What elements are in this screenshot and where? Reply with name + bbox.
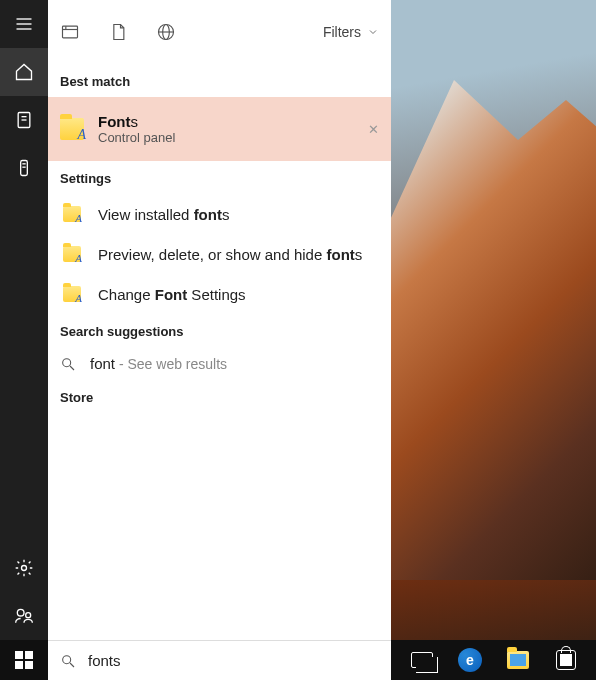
section-search-suggestions: Search suggestions — [48, 314, 391, 347]
file-explorer-button[interactable] — [494, 640, 542, 680]
home-button[interactable] — [0, 48, 48, 96]
section-best-match: Best match — [48, 64, 391, 97]
best-match-result[interactable]: A Fonts Control panel ✕ — [48, 97, 391, 161]
menu-button[interactable] — [0, 0, 48, 48]
file-explorer-icon — [507, 651, 529, 669]
svg-rect-12 — [63, 26, 78, 38]
svg-rect-6 — [21, 161, 28, 176]
settings-result-label: View installed fonts — [98, 206, 229, 223]
search-panel: Filters Best match A Fonts Control panel… — [48, 0, 391, 640]
settings-result[interactable]: A View installed fonts — [48, 194, 391, 234]
task-view-button[interactable] — [398, 640, 446, 680]
section-settings: Settings — [48, 161, 391, 194]
svg-point-18 — [63, 358, 71, 366]
fonts-setting-icon: A — [60, 242, 84, 266]
scope-documents-icon[interactable] — [108, 22, 128, 42]
section-store: Store — [48, 380, 391, 413]
fonts-folder-icon: A — [60, 117, 84, 141]
edge-button[interactable] — [446, 640, 494, 680]
suggestion-label: font - See web results — [90, 355, 227, 372]
filters-label: Filters — [323, 24, 361, 40]
settings-result[interactable]: A Change Font Settings — [48, 274, 391, 314]
windows-logo-icon — [15, 651, 33, 669]
search-icon — [60, 356, 76, 372]
edge-icon — [458, 648, 482, 672]
task-view-icon — [411, 652, 433, 668]
fonts-setting-icon: A — [60, 202, 84, 226]
fonts-setting-icon: A — [60, 282, 84, 306]
panel-header: Filters — [48, 0, 391, 64]
best-match-subtitle: Control panel — [98, 130, 175, 145]
store-icon — [556, 650, 576, 670]
scope-web-icon[interactable] — [156, 22, 176, 42]
best-match-title: Fonts — [98, 113, 175, 130]
store-button[interactable] — [542, 640, 590, 680]
devices-button[interactable] — [0, 144, 48, 192]
notebook-button[interactable] — [0, 96, 48, 144]
svg-point-20 — [63, 655, 71, 663]
start-button[interactable] — [0, 640, 48, 680]
svg-point-11 — [26, 613, 31, 618]
svg-line-21 — [70, 663, 74, 667]
chevron-down-icon — [367, 26, 379, 38]
feedback-button[interactable] — [0, 592, 48, 640]
scope-apps-icon[interactable] — [60, 22, 80, 42]
search-box[interactable] — [48, 640, 391, 680]
settings-result-label: Preview, delete, or show and hide fonts — [98, 246, 362, 263]
svg-point-10 — [17, 609, 24, 616]
svg-point-9 — [22, 566, 27, 571]
cortana-rail — [0, 0, 48, 640]
settings-result-label: Change Font Settings — [98, 286, 246, 303]
search-input[interactable] — [88, 652, 379, 669]
settings-button[interactable] — [0, 544, 48, 592]
web-suggestion[interactable]: font - See web results — [48, 347, 391, 380]
settings-result[interactable]: A Preview, delete, or show and hide font… — [48, 234, 391, 274]
search-icon — [60, 653, 76, 669]
svg-line-19 — [70, 366, 74, 370]
filters-button[interactable]: Filters — [323, 24, 379, 40]
close-icon[interactable]: ✕ — [368, 122, 379, 137]
